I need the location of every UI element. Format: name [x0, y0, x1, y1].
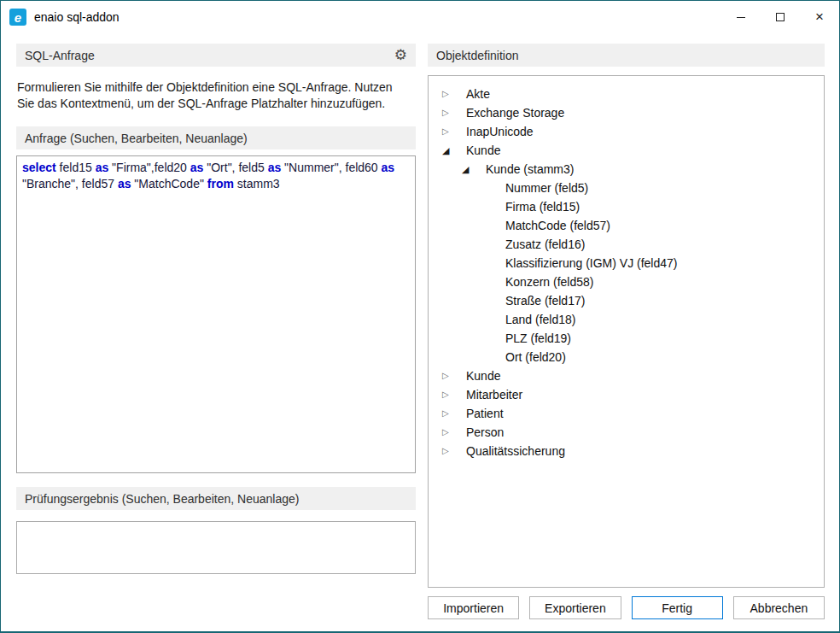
tree-item-ort-feld20[interactable]: Ort (feld20)	[429, 348, 824, 366]
app-logo-icon: e	[9, 9, 26, 26]
tree-item-label: InapUnicode	[466, 125, 534, 138]
sql-keyword: select	[22, 161, 56, 174]
sql-text: "MatchCode"	[131, 177, 207, 190]
tree-item-label: Firma (feld15)	[505, 200, 580, 214]
tree-item-plz-feld19[interactable]: PLZ (feld19)	[429, 329, 824, 348]
objectdef-header: Objektdefinition	[428, 44, 825, 67]
sql-panel: SQL-Anfrage ⚙ Formulieren Sie mithilfe d…	[16, 44, 416, 631]
import-button[interactable]: Importieren	[428, 596, 519, 619]
sql-text: "Nummer", feld60	[281, 161, 381, 174]
tree-item-stra-e-feld17[interactable]: Straße (feld17)	[429, 291, 824, 310]
tree-expand-icon[interactable]: ▷	[442, 447, 466, 455]
tree-item-label: Kunde	[466, 369, 500, 383]
sql-panel-header: SQL-Anfrage ⚙	[16, 44, 416, 67]
tree-expand-icon[interactable]: ▷	[442, 127, 466, 136]
sql-keyword: as	[382, 161, 395, 174]
window-controls: ×	[721, 1, 839, 33]
tree-item-exchange-storage[interactable]: ▷Exchange Storage	[429, 103, 824, 122]
sql-text: "Firma",feld20	[108, 161, 190, 174]
tree-expand-icon[interactable]: ▷	[442, 90, 466, 98]
tree-expand-icon[interactable]: ▷	[442, 390, 466, 399]
tree-item-label: Kunde (stamm3)	[486, 162, 574, 176]
cancel-button[interactable]: Abbrechen	[733, 596, 825, 619]
tree-item-matchcode-feld57[interactable]: MatchCode (feld57)	[429, 216, 824, 235]
tree-item-person[interactable]: ▷Person	[429, 423, 824, 442]
content-area: SQL-Anfrage ⚙ Formulieren Sie mithilfe d…	[1, 33, 839, 631]
app-logo-letter: e	[15, 10, 21, 25]
minimize-button[interactable]	[721, 1, 761, 33]
window-title: enaio sql-addon	[34, 10, 120, 24]
tree-item-label: Ort (feld20)	[505, 350, 566, 364]
tree-item-label: PLZ (feld19)	[505, 331, 571, 345]
dialog-buttons: Importieren Exportieren Fertig Abbrechen	[428, 596, 825, 619]
tree-item-firma-feld15[interactable]: Firma (feld15)	[429, 197, 824, 216]
tree-item-label: MatchCode (feld57)	[505, 219, 610, 232]
tree-item-mitarbeiter[interactable]: ▷Mitarbeiter	[429, 385, 824, 404]
tree-item-label: Qualitätssicherung	[466, 444, 565, 458]
object-definition-panel: Objektdefinition ▷Akte▷Exchange Storage▷…	[428, 44, 825, 631]
tree-item-label: Nummer (feld5)	[505, 181, 588, 195]
tree-item-kunde[interactable]: ◢Kunde	[429, 141, 824, 160]
query-section-header: Anfrage (Suchen, Bearbeiten, Neuanlage)	[16, 126, 416, 149]
tree-item-label: Zusatz (feld16)	[505, 237, 585, 251]
tree-item-akte[interactable]: ▷Akte	[429, 85, 824, 103]
app-window: e enaio sql-addon × SQL-Anfrage ⚙ Formul…	[0, 0, 840, 633]
tree-item-label: Straße (feld17)	[505, 294, 585, 308]
tree-item-konzern-feld58[interactable]: Konzern (feld58)	[429, 273, 824, 291]
minimize-icon	[737, 17, 745, 18]
sql-text: "Branche", feld57	[22, 177, 118, 190]
sql-keyword: as	[190, 161, 204, 174]
tree-item-patient[interactable]: ▷Patient	[429, 404, 824, 423]
tree-item-klassifizierung-igm-vj-feld47[interactable]: Klassifizierung (IGM) VJ (feld47)	[429, 254, 824, 273]
tree-item-label: Person	[466, 425, 504, 439]
tree-item-label: Land (feld18)	[505, 313, 576, 326]
sql-keyword: as	[118, 177, 131, 190]
tree-item-label: Mitarbeiter	[466, 388, 522, 401]
export-button[interactable]: Exportieren	[529, 596, 621, 619]
finish-button[interactable]: Fertig	[632, 596, 723, 619]
tree-expand-icon[interactable]: ▷	[442, 428, 466, 437]
maximize-icon	[776, 13, 785, 21]
result-textarea[interactable]	[16, 521, 416, 574]
sql-keyword: as	[268, 161, 282, 174]
close-button[interactable]: ×	[800, 1, 839, 33]
tree-item-nummer-feld5[interactable]: Nummer (feld5)	[429, 179, 824, 197]
tree-item-label: Konzern (feld58)	[505, 275, 594, 289]
tree-collapse-icon[interactable]: ◢	[442, 146, 466, 155]
tree-item-label: Klassifizierung (IGM) VJ (feld47)	[505, 256, 678, 270]
tree-item-label: Akte	[466, 87, 490, 101]
instructions-text: Formulieren Sie mithilfe der Objektdefin…	[17, 79, 403, 112]
result-section-header: Prüfungsergebnis (Suchen, Bearbeiten, Ne…	[16, 487, 416, 510]
sql-query-editor[interactable]: select feld15 as "Firma",feld20 as "Ort"…	[16, 155, 416, 473]
sql-panel-title: SQL-Anfrage	[25, 49, 95, 62]
tree-expand-icon[interactable]: ▷	[442, 372, 466, 380]
object-tree: ▷Akte▷Exchange Storage▷InapUnicode◢Kunde…	[428, 75, 825, 588]
sql-text: feld15	[56, 161, 96, 174]
tree-item-land-feld18[interactable]: Land (feld18)	[429, 310, 824, 329]
tree-collapse-icon[interactable]: ◢	[462, 165, 486, 174]
tree-item-label: Patient	[466, 407, 504, 420]
settings-gear-icon[interactable]: ⚙	[394, 48, 407, 62]
tree-item-kunde[interactable]: ▷Kunde	[429, 366, 824, 385]
sql-keyword: from	[207, 177, 234, 190]
sql-keyword: as	[96, 161, 109, 174]
sql-text: stamm3	[234, 177, 280, 190]
titlebar: e enaio sql-addon ×	[1, 1, 839, 33]
tree-item-label: Exchange Storage	[466, 106, 564, 120]
tree-item-inapunicode[interactable]: ▷InapUnicode	[429, 122, 824, 141]
tree-expand-icon[interactable]: ▷	[442, 108, 466, 117]
tree-expand-icon[interactable]: ▷	[442, 409, 466, 418]
tree-item-kunde-stamm3[interactable]: ◢Kunde (stamm3)	[429, 160, 824, 179]
tree-item-qualit-tssicherung[interactable]: ▷Qualitätssicherung	[429, 442, 824, 460]
sql-text: "Ort", feld5	[203, 161, 267, 174]
tree-item-label: Kunde	[466, 144, 500, 157]
tree-item-zusatz-feld16[interactable]: Zusatz (feld16)	[429, 235, 824, 254]
maximize-button[interactable]	[761, 1, 800, 33]
